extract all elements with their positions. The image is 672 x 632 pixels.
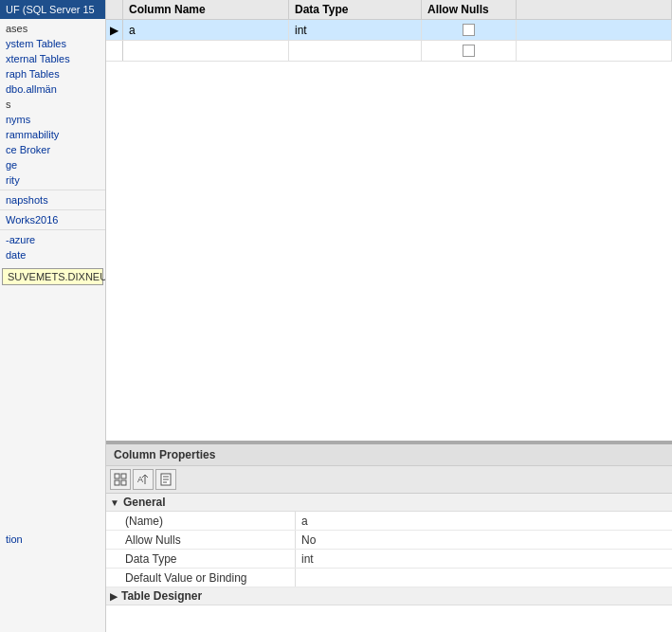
sidebar-section: ases ystem Tables xternal Tables raph Ta…	[0, 19, 105, 264]
sidebar-item-system-tables[interactable]: ystem Tables	[0, 36, 105, 51]
header-allow-nulls: Allow Nulls	[422, 0, 517, 19]
row-indicator-1: ▶	[106, 20, 123, 40]
toolbar-sort-button[interactable]: A	[133, 469, 154, 490]
null-checkbox-2[interactable]	[463, 45, 475, 57]
sidebar: UF (SQL Server 15 ases ystem Tables xter…	[0, 0, 106, 632]
cell-rest-2	[517, 41, 672, 61]
prop-row-default-value[interactable]: Default Value or Binding	[106, 569, 672, 587]
prop-row-data-type[interactable]: Data Type int	[106, 550, 672, 569]
cell-column-name-2[interactable]	[123, 41, 289, 61]
sidebar-item-databases[interactable]: ases	[0, 21, 105, 36]
toolbar-grid-button[interactable]	[110, 469, 131, 490]
sidebar-item-works2016[interactable]: Works2016	[0, 212, 105, 227]
main-panel: Column Name Data Type Allow Nulls ▶ int	[106, 0, 672, 632]
sidebar-item-security[interactable]: rity	[0, 172, 105, 188]
data-type-value-1: int	[295, 24, 307, 37]
connection-tooltip: SUVEMETS.DIXNEUF (SQL Server 15.0.4430.1…	[2, 268, 103, 285]
prop-label-allow-nulls: Allow Nulls	[106, 531, 296, 549]
sidebar-item-s: s	[0, 97, 105, 112]
sidebar-item-bottom[interactable]: tion	[0, 532, 106, 547]
svg-text:A: A	[137, 475, 143, 484]
prop-label-name: (Name)	[106, 512, 296, 530]
sidebar-item-external-tables[interactable]: xternal Tables	[0, 51, 105, 66]
properties-toolbar: A	[106, 466, 672, 494]
cell-allow-nulls-1[interactable]	[422, 20, 517, 40]
sidebar-item-service-broker[interactable]: ce Broker	[0, 142, 105, 157]
column-headers-row: Column Name Data Type Allow Nulls	[106, 0, 672, 20]
prop-row-allow-nulls[interactable]: Allow Nulls No	[106, 531, 672, 550]
section-general-label: General	[123, 496, 166, 509]
cell-data-type-1[interactable]: int	[289, 20, 422, 40]
header-rest	[517, 0, 672, 19]
sidebar-item-date[interactable]: date	[0, 247, 105, 262]
header-row-indicator	[106, 0, 123, 19]
general-section-toggle: ▼	[110, 497, 119, 508]
column-name-input-2[interactable]	[129, 45, 282, 58]
cell-rest-1	[517, 20, 672, 40]
table-row[interactable]: ▶ int	[106, 20, 672, 41]
sidebar-item-snapshots[interactable]: napshots	[0, 192, 105, 208]
table-designer-panel: Column Name Data Type Allow Nulls ▶ int	[106, 0, 672, 442]
connection-label: UF (SQL Server 15	[0, 0, 105, 19]
sidebar-item-graph-tables[interactable]: raph Tables	[0, 66, 105, 81]
column-name-input-1[interactable]	[129, 24, 282, 37]
null-checkbox-1[interactable]	[463, 24, 475, 36]
sidebar-divider-2	[0, 209, 105, 210]
toolbar-page-button[interactable]	[155, 469, 176, 490]
sidebar-divider-3	[0, 229, 105, 230]
svg-rect-1	[121, 474, 126, 479]
table-designer-section-toggle: ▶	[110, 591, 118, 602]
header-column-name: Column Name	[123, 0, 289, 19]
section-general-header[interactable]: ▼ General	[106, 494, 672, 512]
sidebar-item-synonyms[interactable]: nyms	[0, 112, 105, 127]
row-indicator-2	[106, 41, 123, 61]
sidebar-divider	[0, 190, 105, 190]
cell-allow-nulls-2[interactable]	[422, 41, 517, 61]
sidebar-item-programmability[interactable]: rammability	[0, 127, 105, 142]
sidebar-item-azure[interactable]: -azure	[0, 232, 105, 247]
section-table-designer-label: Table Designer	[121, 589, 202, 603]
sidebar-item-dbo-allman[interactable]: dbo.allmän	[0, 81, 105, 97]
svg-rect-3	[121, 480, 126, 485]
prop-value-default-value	[296, 569, 672, 587]
properties-grid: ▼ General (Name) a Allow Nulls No Data T…	[106, 494, 672, 632]
cell-data-type-2[interactable]	[289, 41, 422, 61]
prop-value-allow-nulls: No	[296, 531, 672, 549]
sidebar-item-storage[interactable]: ge	[0, 157, 105, 172]
prop-value-name: a	[296, 512, 672, 530]
prop-row-name[interactable]: (Name) a	[106, 512, 672, 531]
table-row-empty[interactable]	[106, 41, 672, 62]
svg-rect-0	[115, 474, 119, 479]
section-table-designer-header[interactable]: ▶ Table Designer	[106, 587, 672, 605]
cell-column-name-1[interactable]	[123, 20, 289, 40]
prop-label-data-type: Data Type	[106, 550, 296, 568]
prop-label-default-value: Default Value or Binding	[106, 569, 296, 587]
svg-rect-2	[115, 480, 119, 485]
header-data-type: Data Type	[289, 0, 422, 19]
column-properties-title: Column Properties	[106, 444, 672, 466]
prop-value-data-type: int	[296, 550, 672, 568]
column-properties-panel: Column Properties A	[106, 442, 672, 632]
